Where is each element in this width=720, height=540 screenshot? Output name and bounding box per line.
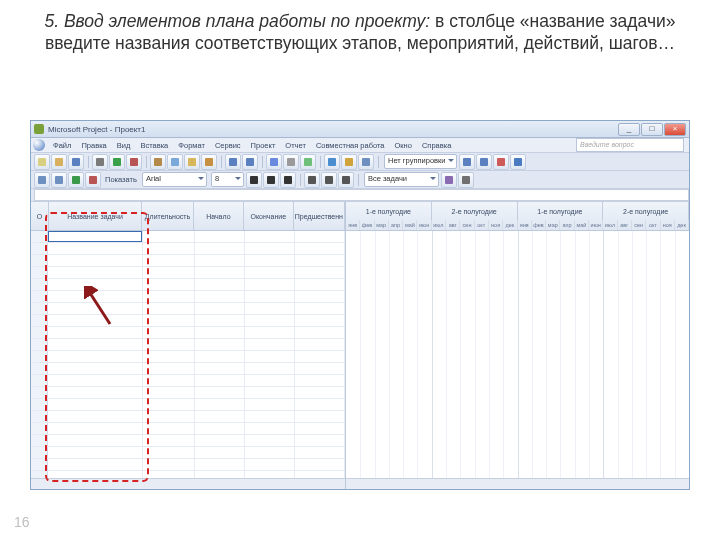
align-right-icon[interactable] [338,172,354,188]
group-by-combo[interactable]: Нет группировки [384,154,457,169]
task-grid-scrollbar[interactable] [31,478,345,490]
cut-icon[interactable] [150,154,166,170]
timeline-tick: мар [546,220,560,230]
goto-selected-icon[interactable] [493,154,509,170]
col-task-name[interactable]: Название задачи [49,202,142,230]
table-row[interactable] [31,255,345,267]
timeline-tick: фев [532,220,546,230]
open-icon[interactable] [51,154,67,170]
col-finish[interactable]: Окончание [244,202,294,230]
ms-project-help-icon[interactable] [510,154,526,170]
system-menu-icon[interactable] [33,139,45,151]
menu-collab[interactable]: Совместная работа [311,141,390,150]
task-notes-icon[interactable] [341,154,357,170]
menu-insert[interactable]: Вставка [135,141,173,150]
minimize-button[interactable]: _ [618,123,640,136]
unlink-tasks-icon[interactable] [283,154,299,170]
table-row[interactable] [31,363,345,375]
table-row[interactable] [31,339,345,351]
entry-bar[interactable] [31,189,689,202]
save-icon[interactable] [68,154,84,170]
hide-subtasks-icon[interactable] [85,172,101,188]
gantt-chart: 1-е полугодие2-е полугодие1-е полугодие2… [346,202,689,490]
align-center-icon[interactable] [321,172,337,188]
col-duration[interactable]: Длительность [142,202,194,230]
menu-tools[interactable]: Сервис [210,141,246,150]
underline-icon[interactable] [280,172,296,188]
col-predecessors[interactable]: Предшественн [294,202,345,230]
menu-help[interactable]: Справка [417,141,456,150]
timeline-halfyear[interactable]: 1-е полугодие [518,202,604,220]
table-row[interactable] [31,435,345,447]
split-task-icon[interactable] [300,154,316,170]
menu-report[interactable]: Отчет [280,141,311,150]
indent-icon[interactable] [51,172,67,188]
align-left-icon[interactable] [304,172,320,188]
table-row[interactable] [31,267,345,279]
table-row[interactable] [31,399,345,411]
show-subtasks-icon[interactable] [68,172,84,188]
print-preview-icon[interactable] [109,154,125,170]
timeline-tick: апр [560,220,574,230]
paste-icon[interactable] [184,154,200,170]
table-row[interactable] [31,423,345,435]
table-row[interactable] [31,327,345,339]
table-row[interactable] [31,279,345,291]
italic-icon[interactable] [263,172,279,188]
table-row[interactable] [31,471,345,478]
menu-project[interactable]: Проект [246,141,281,150]
table-row[interactable] [31,231,345,243]
zoom-in-icon[interactable] [459,154,475,170]
table-row[interactable] [31,291,345,303]
menu-window[interactable]: Окно [390,141,417,150]
font-combo[interactable]: Arial [142,172,207,187]
link-tasks-icon[interactable] [266,154,282,170]
autofilter-icon[interactable] [441,172,457,188]
task-grid: O Название задачи Длительность Начало Ок… [31,202,346,490]
timeline-tick: июн [589,220,603,230]
col-info[interactable]: O [31,202,49,230]
task-grid-body[interactable] [31,231,345,478]
timeline-halfyear[interactable]: 2-е полугодие [432,202,518,220]
table-row[interactable] [31,351,345,363]
spelling-icon[interactable] [126,154,142,170]
menu-view[interactable]: Вид [112,141,136,150]
timeline-halfyear[interactable]: 1-е полугодие [346,202,432,220]
undo-icon[interactable] [225,154,241,170]
table-row[interactable] [31,387,345,399]
table-row[interactable] [31,411,345,423]
timeline-tick: май [403,220,417,230]
zoom-out-icon[interactable] [476,154,492,170]
maximize-button[interactable]: □ [641,123,663,136]
gantt-wizard-icon[interactable] [458,172,474,188]
col-start[interactable]: Начало [194,202,244,230]
table-row[interactable] [31,375,345,387]
table-row[interactable] [31,447,345,459]
close-button[interactable]: × [664,123,686,136]
help-search-input[interactable]: Введите вопрос [576,138,684,152]
menu-edit[interactable]: Правка [76,141,111,150]
menu-file[interactable]: Файл [48,141,76,150]
font-size-combo[interactable]: 8 [211,172,244,187]
outdent-icon[interactable] [34,172,50,188]
task-info-icon[interactable] [324,154,340,170]
timeline-tick: ноя [489,220,503,230]
new-icon[interactable] [34,154,50,170]
copy-icon[interactable] [167,154,183,170]
format-painter-icon[interactable] [201,154,217,170]
timeline-tick: апр [389,220,403,230]
table-row[interactable] [31,303,345,315]
gantt-scrollbar[interactable] [346,478,689,490]
table-row[interactable] [31,315,345,327]
redo-icon[interactable] [242,154,258,170]
menu-format[interactable]: Формат [173,141,210,150]
table-row[interactable] [31,459,345,471]
print-icon[interactable] [92,154,108,170]
timeline-halfyear[interactable]: 2-е полугодие [603,202,689,220]
work-area: O Название задачи Длительность Начало Ок… [31,202,689,490]
assign-resources-icon[interactable] [358,154,374,170]
bold-icon[interactable] [246,172,262,188]
gantt-body[interactable] [346,231,689,478]
table-row[interactable] [31,243,345,255]
filter-combo[interactable]: Все задачи [364,172,439,187]
